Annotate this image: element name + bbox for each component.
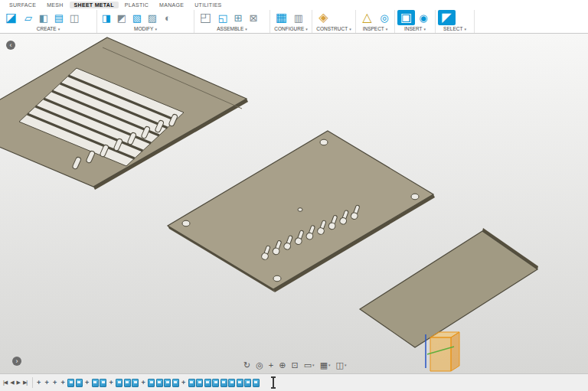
timeline-sheet-feature-icon[interactable]	[196, 379, 203, 387]
tab-icon[interactable]: ▤	[52, 11, 66, 24]
tab-manage[interactable]: MANAGE	[155, 2, 188, 8]
viewport-canvas[interactable]: ‹ › ↻◎+⊕⊡▭▾▦▾◫▾	[0, 34, 588, 373]
sheet-metal-part-blank[interactable]	[360, 228, 538, 347]
timeline-sheet-feature-icon[interactable]	[220, 379, 227, 387]
timeline-sheet-feature-icon[interactable]	[116, 379, 122, 387]
timeline-play-button[interactable]: ▶	[17, 380, 20, 386]
timeline-sheet-feature-icon[interactable]	[228, 379, 235, 387]
configuration-table-icon[interactable]: ▦	[273, 10, 290, 25]
modify-label: MODIFY	[134, 26, 153, 31]
insert-derive-icon[interactable]: ▣	[397, 10, 415, 25]
construct-menu-dropdown[interactable]: CONSTRUCT▾	[315, 25, 353, 32]
comment-toggle-button[interactable]: ›	[12, 357, 21, 366]
fit-icon[interactable]: ⊡	[291, 361, 298, 370]
viewports-icon[interactable]: ◫▾	[336, 361, 347, 370]
toolbar-ribbon: SURFACEMESHSHEET METALPLASTICMANAGEUTILI…	[0, 0, 588, 34]
timeline-sheet-feature-icon[interactable]	[100, 379, 106, 387]
timeline-move-feature-icon[interactable]: +	[140, 379, 147, 387]
timeline-sheet-feature-icon[interactable]	[132, 379, 139, 387]
as-built-joint-icon[interactable]: ⊞	[231, 11, 245, 24]
timeline-move-feature-icon[interactable]: +	[180, 379, 187, 387]
timeline-sheet-feature-icon[interactable]	[156, 379, 163, 387]
unfold-icon[interactable]: ◨	[100, 11, 113, 24]
timeline-move-feature-icon[interactable]: +	[60, 379, 67, 387]
assemble-menu-dropdown[interactable]: ASSEMBLE▾	[197, 25, 267, 32]
timeline-sheet-feature-icon[interactable]	[188, 379, 195, 387]
pan-icon[interactable]: +	[269, 361, 273, 370]
flange-icon[interactable]: ◪	[2, 10, 20, 25]
timeline-sheet-feature-icon[interactable]	[67, 379, 74, 387]
inspect-menu-dropdown[interactable]: INSPECT▾	[358, 25, 392, 32]
timeline-sheet-feature-icon[interactable]	[244, 379, 251, 387]
timeline-go-to-start-button[interactable]: |◀	[3, 380, 7, 386]
grid-snaps-icon[interactable]: ▦▾	[320, 361, 331, 370]
timeline-sheet-feature-icon[interactable]	[148, 379, 155, 387]
configure-menu-dropdown[interactable]: CONFIGURE▾	[273, 25, 309, 32]
sheet-metal-part-grill[interactable]	[0, 37, 248, 190]
zoom-icon[interactable]: ⊕	[279, 361, 286, 370]
timeline-sheet-feature-icon[interactable]	[124, 379, 131, 387]
timeline-controls: |◀◀▶▶|	[3, 380, 27, 386]
tab-utilities[interactable]: UTILITIES	[190, 2, 226, 8]
selection-preview-box[interactable]	[427, 332, 459, 371]
refold-icon[interactable]: ◩	[115, 11, 129, 24]
bend-icon[interactable]: ▱	[21, 11, 35, 24]
modify-icon-row: ◨◩▧▨◐	[100, 10, 191, 25]
section-analysis-icon[interactable]: ◎	[377, 11, 391, 24]
timeline-sheet-feature-icon[interactable]	[204, 379, 211, 387]
split-body-icon[interactable]: ◐	[161, 11, 175, 24]
timeline-move-feature-icon[interactable]: +	[51, 379, 58, 387]
timeline-sheet-feature-icon[interactable]	[164, 379, 171, 387]
create-menu-dropdown[interactable]: CREATE▾	[2, 25, 94, 32]
timeline-sheet-feature-icon[interactable]	[212, 379, 219, 387]
measure-icon[interactable]: △	[358, 10, 376, 25]
timeline-move-feature-icon[interactable]: +	[35, 379, 42, 387]
timeline-go-to-end-button[interactable]: ▶|	[23, 380, 27, 386]
sheet-metal-part-keyhole[interactable]	[168, 131, 435, 292]
press-pull-icon[interactable]: ▧	[130, 11, 144, 24]
toolbar-group-select: ◤SELECT▾	[436, 10, 475, 33]
timeline-move-feature-icon[interactable]: +	[83, 379, 90, 387]
assemble-icon-row: ◰◱⊞⊠	[197, 10, 267, 25]
insert-icon-row: ▣◉	[397, 10, 433, 25]
toolbar-group-inspect: △◎INSPECT▾	[356, 10, 395, 33]
new-component-icon[interactable]: ◰	[197, 10, 214, 25]
select-menu-dropdown[interactable]: SELECT▾	[438, 25, 472, 32]
timeline-playhead[interactable]	[273, 376, 274, 389]
select-icon-row: ◤	[438, 10, 472, 25]
fillet-icon[interactable]: ▨	[145, 11, 159, 24]
joint-icon[interactable]: ◱	[216, 11, 230, 24]
feature-table-icon[interactable]: ▥	[292, 11, 305, 24]
timeline-move-feature-icon[interactable]: +	[108, 379, 115, 387]
tab-plastic[interactable]: PLASTIC	[120, 2, 153, 8]
tab-surface[interactable]: SURFACE	[5, 2, 41, 8]
timeline-step-back-button[interactable]: ◀	[10, 380, 13, 386]
construction-plane-icon[interactable]: ◈	[315, 10, 332, 25]
configure-label: CONFIGURE	[274, 26, 304, 31]
hem-icon[interactable]: ◧	[37, 11, 51, 24]
inspect-icon-row: △◎	[358, 10, 392, 25]
tab-mesh[interactable]: MESH	[42, 2, 67, 8]
timeline-sheet-feature-icon[interactable]	[237, 379, 243, 387]
timeline-move-feature-icon[interactable]: +	[44, 379, 51, 387]
modify-menu-dropdown[interactable]: MODIFY▾	[100, 25, 191, 32]
timeline-sheet-feature-icon[interactable]	[92, 379, 99, 387]
construct-icon-row: ◈	[315, 10, 353, 25]
select-cursor-icon[interactable]: ◤	[438, 10, 456, 25]
rigid-group-icon[interactable]: ⊠	[247, 11, 260, 24]
convert-to-sheet-metal-icon[interactable]: ◫	[67, 11, 81, 24]
browser-toggle-button[interactable]: ‹	[6, 41, 15, 50]
timeline-sheet-feature-icon[interactable]	[253, 379, 260, 387]
timeline-sheet-feature-icon[interactable]	[172, 379, 179, 387]
caret-down-icon: ▾	[386, 27, 388, 31]
look-at-icon[interactable]: ◎	[256, 361, 263, 370]
orbit-icon[interactable]: ↻	[243, 361, 250, 370]
insert-menu-dropdown[interactable]: INSERT▾	[397, 25, 433, 32]
toolbar-group-configure: ▦▥CONFIGURE▾	[270, 10, 312, 33]
display-settings-icon[interactable]: ▭▾	[304, 361, 315, 370]
tab-sheet-metal[interactable]: SHEET METAL	[70, 2, 119, 8]
caret-down-icon: ▾	[328, 363, 331, 367]
timeline-sheet-feature-icon[interactable]	[76, 379, 83, 387]
insert-mesh-icon[interactable]: ◉	[416, 11, 430, 24]
create-icon-row: ◪▱◧▤◫	[2, 10, 94, 25]
